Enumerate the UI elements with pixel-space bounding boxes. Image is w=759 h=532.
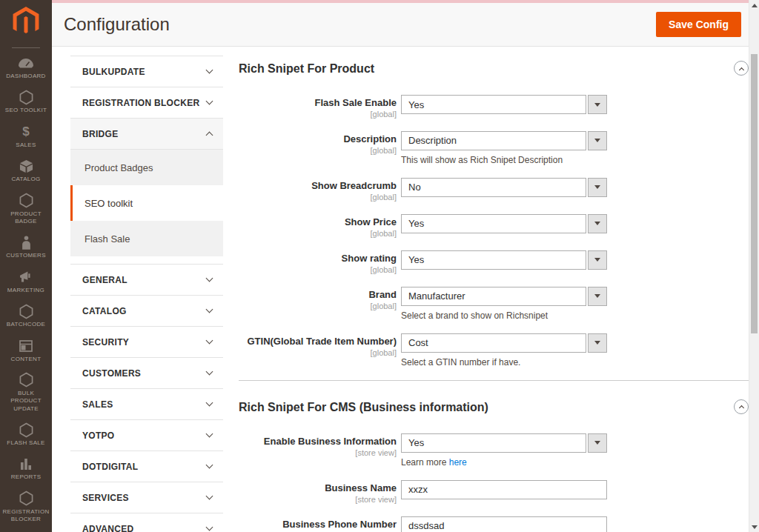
dropdown-arrow-icon[interactable]: [588, 131, 607, 150]
brand-select[interactable]: Manufacturer: [401, 287, 607, 306]
chevron-down-icon: [206, 337, 213, 345]
field-scope: [store view]: [239, 495, 397, 504]
collapse-section-button[interactable]: [734, 61, 749, 76]
field-row: Show Price [global] Yes: [239, 214, 749, 238]
dropdown-arrow-icon[interactable]: [588, 250, 607, 270]
bridge-subsections: Product Badges SEO toolkit Flash Sale: [70, 149, 223, 256]
nav-section-general[interactable]: GENERAL: [70, 264, 223, 295]
field-label: Flash Sale Enable: [239, 98, 397, 109]
nav-section-security[interactable]: SECURITY: [70, 326, 223, 357]
dropdown-arrow-icon[interactable]: [588, 214, 607, 233]
description-select[interactable]: Description: [401, 131, 607, 150]
show-rating-select[interactable]: Yes: [401, 250, 607, 270]
config-section-nav: BULKUPDATE REGISTRATION BLOCKER BRIDGE P…: [70, 56, 223, 532]
chevron-down-icon: [206, 430, 213, 438]
bar-chart-icon: [20, 456, 32, 471]
sidebar-item-seo-toolkit[interactable]: SEO TOOLKIT: [0, 85, 52, 119]
sidebar-item-content[interactable]: CONTENT: [0, 334, 52, 368]
chevron-down-icon: [206, 306, 213, 313]
sidebar-item-label: SALES: [16, 142, 36, 149]
scrollbar-up-arrow-icon[interactable]: [752, 4, 758, 7]
sidebar-item-dashboard[interactable]: DASHBOARD: [0, 51, 52, 85]
sidebar-item-label: REGISTRATION BLOCKER: [1, 508, 50, 524]
collapse-section-button[interactable]: [734, 399, 749, 414]
dollar-icon: $: [22, 124, 29, 139]
nav-section-sales[interactable]: SALES: [70, 388, 223, 419]
gtin-select[interactable]: Cost: [401, 333, 607, 353]
nav-section-services[interactable]: SERVICES: [70, 482, 223, 513]
dropdown-arrow-icon[interactable]: [588, 333, 607, 353]
select-value[interactable]: Yes: [401, 95, 586, 114]
select-value[interactable]: Yes: [401, 250, 586, 270]
select-value[interactable]: Cost: [401, 333, 586, 353]
select-value[interactable]: Description: [401, 131, 586, 150]
sidebar-item-flash-sale[interactable]: FLASH SALE: [0, 418, 52, 452]
nav-section-bridge[interactable]: BRIDGE: [70, 118, 223, 149]
chevron-down-icon: [206, 368, 213, 376]
person-icon: [21, 235, 31, 250]
sidebar-item-label: REPORTS: [11, 473, 42, 481]
field-row: Business Name [store view]: [239, 480, 749, 504]
dropdown-arrow-icon[interactable]: [588, 433, 607, 453]
nav-section-bulkupdate[interactable]: BULKUPDATE: [70, 56, 223, 87]
sidebar-item-bulk-product-update[interactable]: BULK PRODUCT UPDATE: [0, 368, 52, 418]
field-note: Select a brand to show on Richsnipet: [401, 310, 607, 321]
show-price-select[interactable]: Yes: [401, 214, 607, 233]
sidebar-item-marketing[interactable]: MARKETING: [0, 265, 52, 299]
chevron-down-icon: [206, 524, 213, 531]
sidebar-item-label: CONTENT: [11, 356, 42, 363]
select-value[interactable]: Yes: [401, 214, 586, 233]
sidebar-item-product-badge[interactable]: PRODUCT BADGE: [0, 189, 52, 231]
sidebar-item-catalog[interactable]: CATALOG: [0, 154, 52, 188]
field-label: Business Name: [239, 483, 397, 494]
sidebar-item-customers[interactable]: CUSTOMERS: [0, 230, 52, 265]
field-label: Show rating: [239, 253, 397, 265]
scrollbar-thumb[interactable]: [751, 54, 758, 333]
chevron-up-icon: [738, 67, 743, 72]
business-name-input[interactable]: [401, 480, 607, 499]
business-phone-number-input[interactable]: [401, 516, 607, 532]
chevron-down-icon: [206, 98, 213, 105]
field-label: Description: [239, 134, 397, 145]
nav-section-registration-blocker[interactable]: REGISTRATION BLOCKER: [70, 87, 223, 118]
chevron-down-icon: [206, 462, 213, 469]
scrollbar-down-arrow-icon[interactable]: [752, 525, 758, 529]
flash-sale-enable-select[interactable]: Yes: [401, 95, 607, 114]
nav-section-catalog[interactable]: CATALOG: [70, 295, 223, 326]
field-scope: [global]: [239, 146, 397, 155]
sidebar-item-label: CATALOG: [11, 176, 40, 183]
learn-more-link[interactable]: here: [449, 457, 467, 468]
chevron-down-icon: [206, 67, 213, 74]
sidebar-item-registration-blocker[interactable]: REGISTRATION BLOCKER: [0, 487, 52, 529]
dropdown-arrow-icon[interactable]: [588, 287, 607, 306]
sidebar-item-reports[interactable]: REPORTS: [0, 452, 52, 486]
field-row: Enable Business Information [store view]…: [239, 433, 749, 468]
magento-logo-icon: [12, 7, 40, 39]
chevron-down-icon: [206, 275, 213, 282]
sidebar-item-batchcode[interactable]: BATCHCODE: [0, 299, 52, 333]
nav-section-customers[interactable]: CUSTOMERS: [70, 357, 223, 388]
dropdown-arrow-icon[interactable]: [588, 178, 607, 197]
magento-logo[interactable]: [0, 0, 52, 42]
sidebar-item-label: BATCHCODE: [7, 321, 45, 328]
nav-subitem-product-badges[interactable]: Product Badges: [70, 150, 223, 185]
enable-business-information-select[interactable]: Yes: [401, 433, 607, 453]
vertical-scrollbar[interactable]: [749, 0, 759, 532]
dropdown-arrow-icon[interactable]: [588, 95, 607, 114]
nav-subitem-seo-toolkit[interactable]: SEO toolkit: [70, 185, 223, 221]
field-scope: [global]: [239, 193, 397, 202]
field-scope: [global]: [239, 110, 397, 119]
field-scope: [global]: [239, 229, 397, 238]
select-value[interactable]: Yes: [401, 433, 586, 453]
select-value[interactable]: No: [401, 178, 586, 197]
save-config-button[interactable]: Save Config: [656, 12, 741, 37]
nav-section-dotdigital[interactable]: DOTDIGITAL: [70, 450, 223, 482]
nav-subitem-flash-sale[interactable]: Flash Sale: [70, 221, 223, 256]
nav-section-advanced[interactable]: ADVANCED: [70, 513, 223, 532]
sidebar-item-label: DASHBOARD: [6, 73, 45, 80]
show-breadcrumb-select[interactable]: No: [401, 178, 607, 197]
chevron-down-icon: [206, 399, 213, 407]
sidebar-item-sales[interactable]: $ SALES: [0, 120, 52, 154]
nav-section-yotpo[interactable]: YOTPO: [70, 419, 223, 450]
select-value[interactable]: Manufacturer: [401, 287, 586, 306]
